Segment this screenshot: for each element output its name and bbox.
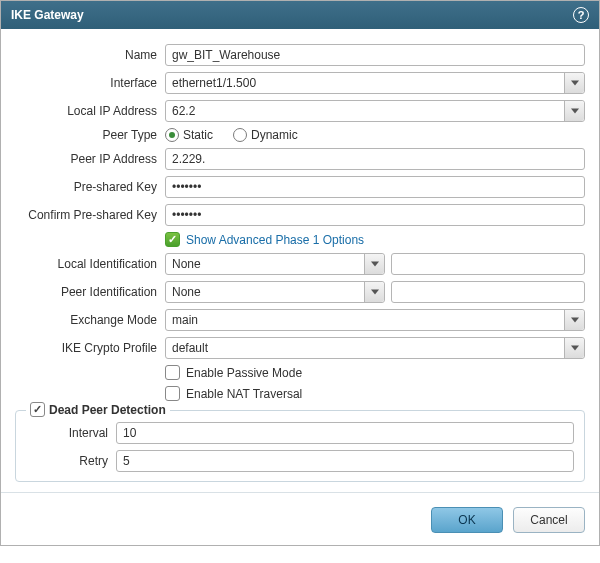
- help-icon[interactable]: ?: [573, 7, 589, 23]
- exchange-mode-input[interactable]: [165, 309, 585, 331]
- peer-type-static-radio[interactable]: Static: [165, 128, 213, 142]
- label-name: Name: [15, 48, 165, 62]
- chevron-down-icon[interactable]: [564, 338, 584, 358]
- checkbox-icon: [165, 232, 180, 247]
- dpd-enable-checkbox[interactable]: [30, 402, 45, 417]
- chevron-down-icon[interactable]: [564, 101, 584, 121]
- interface-select[interactable]: [165, 72, 585, 94]
- dpd-legend: Dead Peer Detection: [26, 402, 170, 417]
- dpd-title: Dead Peer Detection: [49, 403, 166, 417]
- checkbox-label: Show Advanced Phase 1 Options: [186, 233, 364, 247]
- chevron-down-icon[interactable]: [564, 73, 584, 93]
- titlebar: IKE Gateway ?: [1, 1, 599, 29]
- ok-button[interactable]: OK: [431, 507, 503, 533]
- dialog-content: Name Interface Local IP Address: [1, 29, 599, 497]
- peer-id-input[interactable]: [165, 281, 385, 303]
- label-local-ip: Local IP Address: [15, 104, 165, 118]
- nat-traversal-checkbox[interactable]: Enable NAT Traversal: [165, 386, 302, 401]
- dpd-interval-input[interactable]: [116, 422, 574, 444]
- local-id-select[interactable]: [165, 253, 385, 275]
- checkbox-icon: [30, 402, 45, 417]
- passive-mode-checkbox[interactable]: Enable Passive Mode: [165, 365, 302, 380]
- radio-label: Dynamic: [251, 128, 298, 142]
- chevron-down-icon[interactable]: [564, 310, 584, 330]
- dpd-fieldset: Dead Peer Detection Interval Retry: [15, 410, 585, 482]
- dialog-title: IKE Gateway: [11, 8, 84, 22]
- peer-id-value-input[interactable]: [391, 281, 585, 303]
- peer-type-dynamic-radio[interactable]: Dynamic: [233, 128, 298, 142]
- label-peer-type: Peer Type: [15, 128, 165, 142]
- exchange-mode-select[interactable]: [165, 309, 585, 331]
- local-id-input[interactable]: [165, 253, 385, 275]
- local-ip-input[interactable]: [165, 100, 585, 122]
- label-ike-profile: IKE Crypto Profile: [15, 341, 165, 355]
- checkbox-icon: [165, 386, 180, 401]
- separator: [1, 492, 599, 493]
- label-peer-id: Peer Identification: [15, 285, 165, 299]
- interface-input[interactable]: [165, 72, 585, 94]
- dpd-retry-input[interactable]: [116, 450, 574, 472]
- checkbox-icon: [165, 365, 180, 380]
- psk-input[interactable]: [165, 176, 585, 198]
- radio-icon: [233, 128, 247, 142]
- label-peer-ip: Peer IP Address: [15, 152, 165, 166]
- ike-profile-select[interactable]: [165, 337, 585, 359]
- name-input[interactable]: [165, 44, 585, 66]
- chevron-down-icon[interactable]: [364, 282, 384, 302]
- local-id-value-input[interactable]: [391, 253, 585, 275]
- label-exchange-mode: Exchange Mode: [15, 313, 165, 327]
- local-ip-select[interactable]: [165, 100, 585, 122]
- label-local-id: Local Identification: [15, 257, 165, 271]
- confirm-psk-input[interactable]: [165, 204, 585, 226]
- label-interval: Interval: [26, 426, 116, 440]
- radio-label: Static: [183, 128, 213, 142]
- label-confirm-psk: Confirm Pre-shared Key: [15, 208, 165, 222]
- checkbox-label: Enable NAT Traversal: [186, 387, 302, 401]
- label-psk: Pre-shared Key: [15, 180, 165, 194]
- label-retry: Retry: [26, 454, 116, 468]
- dialog-footer: OK Cancel: [1, 497, 599, 545]
- show-advanced-checkbox[interactable]: Show Advanced Phase 1 Options: [165, 232, 364, 247]
- radio-icon: [165, 128, 179, 142]
- ike-gateway-dialog: IKE Gateway ? Name Interface Local IP Ad…: [0, 0, 600, 546]
- peer-ip-input[interactable]: [165, 148, 585, 170]
- chevron-down-icon[interactable]: [364, 254, 384, 274]
- peer-id-select[interactable]: [165, 281, 385, 303]
- label-interface: Interface: [15, 76, 165, 90]
- cancel-button[interactable]: Cancel: [513, 507, 585, 533]
- checkbox-label: Enable Passive Mode: [186, 366, 302, 380]
- ike-profile-input[interactable]: [165, 337, 585, 359]
